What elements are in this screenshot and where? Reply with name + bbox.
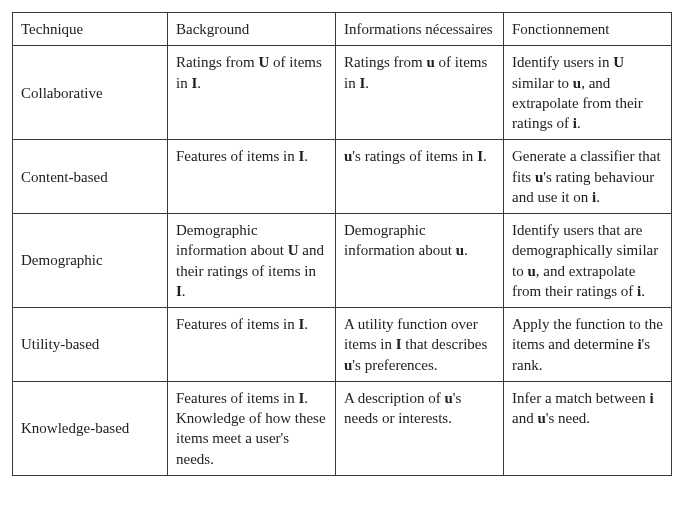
cell-fonctionnement: Infer a match between i and u's need. <box>504 381 672 475</box>
cell-technique: Demographic <box>13 214 168 308</box>
col-header-background: Background <box>168 13 336 46</box>
cell-technique: Content-based <box>13 140 168 214</box>
cell-technique: Knowledge-based <box>13 381 168 475</box>
table-row: Utility-basedFeatures of items in I.A ut… <box>13 308 672 382</box>
cell-informations: u's ratings of items in I. <box>336 140 504 214</box>
table-header-row: Technique Background Informations nécess… <box>13 13 672 46</box>
cell-background: Features of items in I. <box>168 308 336 382</box>
col-header-technique: Technique <box>13 13 168 46</box>
cell-fonctionnement: Identify users in U similar to u, and ex… <box>504 46 672 140</box>
table-row: Knowledge-basedFeatures of items in I. K… <box>13 381 672 475</box>
cell-technique: Collaborative <box>13 46 168 140</box>
cell-background: Features of items in I. <box>168 140 336 214</box>
cell-informations: A utility function over items in I that … <box>336 308 504 382</box>
cell-informations: Demographic information about u. <box>336 214 504 308</box>
cell-background: Ratings from U of items in I. <box>168 46 336 140</box>
table-body: CollaborativeRatings from U of items in … <box>13 46 672 476</box>
cell-informations: A description of u's needs or interests. <box>336 381 504 475</box>
recommendation-techniques-table: Technique Background Informations nécess… <box>12 12 672 476</box>
cell-fonctionnement: Apply the function to the items and dete… <box>504 308 672 382</box>
cell-background: Features of items in I. Knowledge of how… <box>168 381 336 475</box>
table-row: Content-basedFeatures of items in I.u's … <box>13 140 672 214</box>
col-header-informations: Informations nécessaires <box>336 13 504 46</box>
cell-fonctionnement: Generate a classifier that fits u's rati… <box>504 140 672 214</box>
col-header-fonctionnement: Fonctionnement <box>504 13 672 46</box>
table-row: DemographicDemographic information about… <box>13 214 672 308</box>
cell-background: Demographic information about U and thei… <box>168 214 336 308</box>
cell-informations: Ratings from u of items in I. <box>336 46 504 140</box>
cell-fonctionnement: Identify users that are demographically … <box>504 214 672 308</box>
cell-technique: Utility-based <box>13 308 168 382</box>
table-row: CollaborativeRatings from U of items in … <box>13 46 672 140</box>
